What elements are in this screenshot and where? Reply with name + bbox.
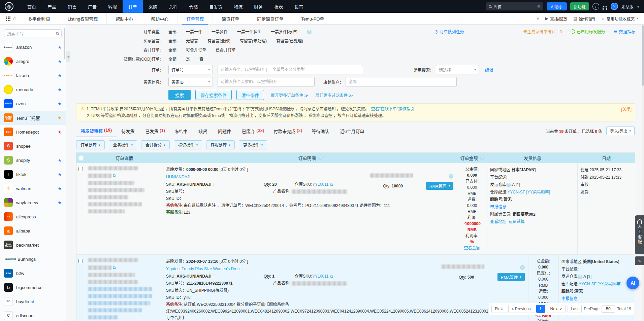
sidebar-item-homedepot[interactable]: HDHomedepot★ [0, 125, 66, 139]
favorite-star-icon[interactable]: ★ [57, 158, 62, 163]
topnav-item-warehouse[interactable]: 仓储 [183, 0, 203, 13]
download-icon[interactable]: ↓ [592, 3, 599, 10]
operation-guide-link[interactable]: ▤操作指南 [573, 16, 595, 22]
sidebar-item-temu[interactable]: TEMU半托管Temu半托管★ [0, 111, 66, 125]
apps-grid-icon[interactable] [6, 16, 7, 17]
tab-multi-platform-profit[interactable]: 多平台利润 [19, 13, 59, 25]
page-scrollbar[interactable] [642, 25, 644, 321]
favorite-star-icon[interactable]: ★ [57, 172, 62, 177]
new-features-button[interactable]: 新功能 [570, 2, 589, 10]
expand-filter-conditions-link[interactable]: 展开更多过滤条件 ≫ [315, 92, 353, 98]
sidebar-item-alibaba[interactable]: aalibaba★ [0, 224, 66, 238]
status-tab-stockout[interactable]: 缺货 [194, 125, 213, 137]
order-queue-task-link[interactable]: ◷订单队列任务 [434, 29, 464, 34]
sidebar-item-allegro[interactable]: allegro★ [0, 54, 66, 68]
sidebar-item-backmarket[interactable]: BackMarketbackmarket★ [0, 238, 66, 252]
filter-option[interactable]: 全部 [168, 38, 176, 44]
order-process-button[interactable]: 订单处理▾ [76, 140, 105, 149]
more-ops-button[interactable]: 更多操作▾ [239, 140, 267, 149]
favorite-star-icon[interactable]: ★ [57, 115, 62, 120]
help-icon[interactable]: ? [318, 155, 322, 160]
topnav-item-settings[interactable]: 设置 [289, 0, 309, 13]
wh-sku-link[interactable]: YY10011 [312, 274, 329, 279]
declare-info-link[interactable]: 申报信息 [490, 205, 506, 209]
status-tab-pending-review[interactable]: 待发货审核(19) [76, 125, 117, 137]
sidebar-item-b2w[interactable]: B2Wb2w★ [0, 266, 66, 280]
mark-ops-button[interactable]: 标记操作▾ [174, 140, 202, 149]
topnav-item-orders[interactable]: 订单 [123, 0, 143, 13]
buyer-id-input[interactable] [218, 77, 315, 86]
topnav-item-ads[interactable]: 广告 [82, 0, 102, 13]
page-first-button[interactable]: First [491, 305, 506, 313]
save-search-button[interactable]: 保存搜索条件 [195, 90, 232, 100]
sidebar-item-amazon[interactable]: Amazonamazon★ [0, 40, 66, 54]
online-order-guide-link[interactable]: 查看"在线下单"操作指引 [371, 106, 415, 112]
filter-option[interactable]: 无留言 [186, 38, 198, 44]
tab-order-management[interactable]: 订单管理 [178, 13, 213, 25]
favorite-star-icon[interactable]: ★ [57, 130, 62, 135]
filter-option[interactable]: 已合并订单 [216, 47, 236, 54]
topnav-item-finance[interactable]: 财务 [248, 0, 268, 13]
human-service-panel[interactable]: 人工客服 [635, 215, 644, 254]
filter-option[interactable]: 有留言(已处理) [276, 38, 303, 44]
sidebar-item-shopee[interactable]: Sshopee★ [0, 139, 66, 153]
filter-option[interactable]: 有留言(全部) [207, 38, 230, 44]
topnav-item-home[interactable]: 首页 [22, 0, 42, 13]
copy-icon[interactable]: ⧉ [113, 265, 116, 270]
sidebar-item-mercado[interactable]: mercado★ [0, 82, 66, 97]
product-title-link[interactable]: HUNIANDAJI [166, 173, 190, 181]
tab-temu-po[interactable]: Temu-PO单 [292, 13, 333, 25]
store-account-input[interactable] [346, 77, 457, 86]
version-label[interactable]: 如意版 [621, 4, 634, 9]
status-tab-await-confirm[interactable]: 等待确认 [307, 125, 335, 137]
view-address-link[interactable]: 查看地址 [490, 219, 506, 224]
filter-option[interactable]: 一票多件 [212, 29, 228, 35]
status-tab-shipped[interactable]: 已发货(1) [140, 125, 170, 137]
topnav-item-service[interactable]: 客服 [102, 0, 123, 13]
status-tab-discarded[interactable]: 已废弃(33) [237, 125, 269, 137]
topnav-item-products[interactable]: 产品 [42, 0, 62, 13]
expand-order-conditions-link[interactable]: 展开更多订单条件 ≫ [271, 92, 309, 98]
filter-option[interactable]: 是 [186, 56, 190, 63]
favorite-star-icon[interactable]: ★ [57, 73, 62, 78]
sidebar-collapse-handle[interactable]: ◀ [66, 51, 70, 62]
favorite-star-icon[interactable]: ★ [57, 101, 62, 106]
order-number-input[interactable] [218, 65, 363, 74]
search-button[interactable]: 搜索 [168, 90, 191, 100]
help-icon[interactable]: ? [307, 30, 312, 34]
expand-panel-button[interactable]: » [635, 256, 644, 265]
help-icon[interactable]: ? [578, 275, 582, 279]
label-service-enabled-link[interactable]: ✓已启用标发服务 [571, 29, 605, 34]
headset-icon[interactable] [603, 6, 607, 9]
declare-info-link[interactable]: 申报信息 [561, 296, 578, 301]
filter-option[interactable]: 全部 [168, 29, 176, 35]
status-tab-frozen[interactable]: 冻结中 [170, 125, 194, 137]
live-replay-link[interactable]: ▶直播/回放 [545, 16, 568, 22]
cs-ops-button[interactable]: 客服处理▾ [206, 140, 235, 149]
sidebar-item-walmart[interactable]: ✳walmart★ [0, 181, 66, 195]
clear-conditions-button[interactable]: 清空条件 [236, 90, 264, 100]
sidebar-item-shopify[interactable]: Sshopify★ [0, 153, 66, 167]
page-1-button[interactable]: 1 [536, 305, 545, 313]
tab-help-center-1[interactable]: 帮助中心 [107, 13, 142, 25]
sidebar-item-aliexpress[interactable]: Alialiexpress★ [0, 210, 66, 224]
tab-sync-stockout[interactable]: 同步缺货订单 [248, 13, 292, 25]
sidebar-item-bigcommerce[interactable]: bbigcommerce★ [0, 280, 66, 294]
import-export-button[interactable]: 导入/导出▾ [606, 127, 635, 135]
global-search-input[interactable]: 库位 ⊗ [486, 2, 543, 10]
filter-option[interactable]: 有留言(未处理) [240, 38, 267, 44]
notice-close-button[interactable]: [关闭] [621, 106, 632, 112]
row-checkbox[interactable] [78, 167, 83, 171]
filter-option[interactable]: 全部 [168, 47, 176, 54]
sidebar-item-buydirect[interactable]: BDbuydirect★ [0, 294, 66, 309]
sidebar-item-ozon[interactable]: OZONozon★ [0, 97, 66, 111]
search-clear-icon[interactable]: ⊗ [537, 4, 541, 9]
app-logo-icon[interactable]: ◎ [5, 2, 13, 11]
favorite-star-icon[interactable]: ★ [57, 87, 62, 92]
sidebar-item-cdiscount[interactable]: Ccdiscount★ [0, 309, 66, 321]
help-icon[interactable]: ? [449, 174, 453, 179]
sku-grid-icon[interactable]: ⠿ [213, 182, 216, 186]
favorite-star-icon[interactable]: ★ [57, 45, 62, 50]
status-tab-6months[interactable]: 近6个月订单 [335, 125, 370, 137]
filter-option[interactable]: 一票一件 [186, 29, 202, 35]
